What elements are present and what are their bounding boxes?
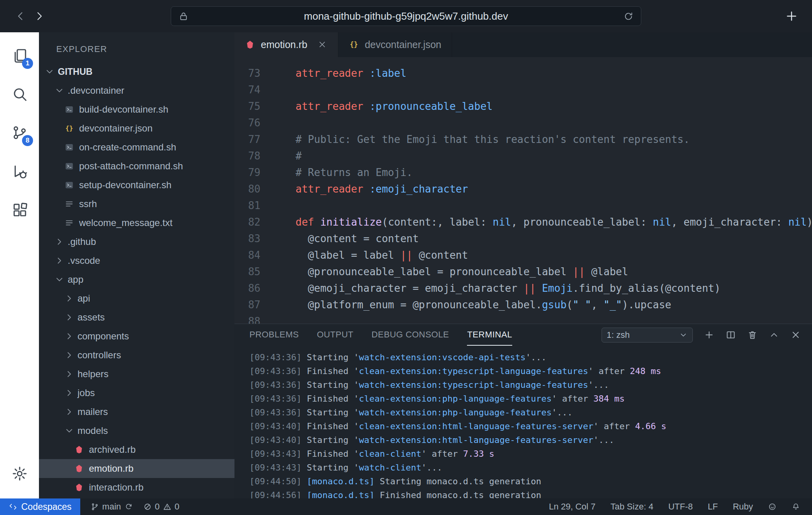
tree-item-build-devcontainer.sh[interactable]: build-devcontainer.sh — [39, 100, 234, 119]
ruby-file-icon — [74, 482, 84, 493]
chevron-right-icon — [64, 331, 74, 341]
tree-item-jobs[interactable]: jobs — [39, 383, 234, 402]
svg-text:{}: {} — [65, 124, 73, 132]
activity-settings[interactable] — [0, 454, 39, 493]
activity-run-debug[interactable] — [0, 152, 39, 191]
browser-toolbar: mona-github-github-g59jpq2w5w7.github.de… — [0, 0, 812, 32]
code-line: 76 — [234, 115, 812, 131]
panel-tab-debug-console[interactable]: DEBUG CONSOLE — [371, 324, 449, 346]
tree-item-.devcontainer[interactable]: .devcontainer — [39, 81, 234, 100]
cursor-position[interactable]: Ln 29, Col 7 — [549, 502, 596, 512]
panel-tab-terminal[interactable]: TERMINAL — [467, 324, 512, 346]
line-number: 82 — [234, 214, 260, 230]
tree-item-.vscode[interactable]: .vscode — [39, 251, 234, 270]
indentation-setting[interactable]: Tab Size: 4 — [611, 502, 653, 512]
panel-controls: 1: zsh — [602, 328, 801, 343]
code-line: 73 attr_reader :label — [234, 65, 812, 82]
eol-setting[interactable]: LF — [708, 502, 718, 512]
activity-source-control[interactable]: 8 — [0, 113, 39, 152]
line-number: 73 — [234, 65, 260, 82]
tree-item-api[interactable]: api — [39, 289, 234, 308]
tree-item-archived.rb[interactable]: archived.rb — [39, 440, 234, 459]
code-line: 77 # Public: Get the Emoji that this rea… — [234, 131, 812, 148]
activity-search[interactable] — [0, 75, 39, 113]
tree-item-setup-devcontainer.sh[interactable]: setup-devcontainer.sh — [39, 176, 234, 195]
svg-text:{}: {} — [350, 41, 358, 48]
badge-count: 8 — [22, 135, 33, 146]
activity-extensions[interactable] — [0, 191, 39, 229]
terminal-output[interactable]: [09:43:36] Starting 'watch-extension:vsc… — [234, 346, 812, 498]
search-icon — [11, 86, 28, 102]
browser-forward-button[interactable] — [30, 7, 49, 26]
activity-explorer[interactable]: 1 — [0, 36, 39, 75]
code-line: 74 — [234, 82, 812, 98]
encoding-setting[interactable]: UTF-8 — [668, 502, 693, 512]
code-text: @emoji_character = emoji_character || Em… — [283, 280, 720, 296]
problems-status[interactable]: 0 0 — [143, 502, 180, 512]
tree-item-emotion.rb[interactable]: emotion.rb — [39, 459, 234, 478]
json-file-icon: {} — [349, 39, 359, 50]
gear-icon — [11, 465, 28, 482]
panel-tab-output[interactable]: OUTPUT — [317, 324, 353, 346]
tree-item-label: mailers — [78, 406, 108, 417]
tree-item-ssrh[interactable]: ssrh — [39, 195, 234, 213]
ruby-file-icon — [74, 445, 84, 455]
language-mode[interactable]: Ruby — [733, 502, 753, 512]
chevron-down-icon — [54, 274, 65, 285]
tree-item-label: controllers — [78, 350, 121, 361]
panel-tab-problems[interactable]: PROBLEMS — [249, 324, 299, 346]
tree-item-label: ssrh — [79, 198, 97, 209]
tree-item-label: models — [78, 425, 108, 436]
browser-back-button[interactable] — [11, 7, 30, 26]
code-line: 79 # Returns an Emoji. — [234, 164, 812, 181]
tree-item-components[interactable]: components — [39, 327, 234, 346]
new-terminal-icon[interactable] — [704, 330, 714, 340]
codespaces-status[interactable]: Codespaces — [0, 498, 80, 515]
tree-item-assets[interactable]: assets — [39, 308, 234, 327]
notifications-bell-icon[interactable] — [792, 502, 800, 511]
terminal-picker[interactable]: 1: zsh — [602, 328, 693, 343]
split-terminal-icon[interactable] — [725, 330, 736, 340]
chevron-right-icon — [54, 256, 65, 266]
tab-devcontainer.json[interactable]: {}devcontainer.json — [338, 32, 452, 57]
terminal-line: [09:43:43] Starting 'watch-client'... — [249, 461, 812, 474]
new-tab-button[interactable] — [782, 7, 801, 26]
feedback-smiley-icon[interactable] — [768, 502, 777, 511]
chevron-right-icon — [64, 388, 74, 398]
tree-item-models[interactable]: models — [39, 421, 234, 440]
tree-item-mailers[interactable]: mailers — [39, 402, 234, 421]
tree-item-label: .vscode — [68, 255, 100, 266]
warning-count: 0 — [175, 502, 179, 512]
terminal-line: [09:44:50] [monaco.d.ts] Starting monaco… — [249, 474, 812, 488]
tree-item-controllers[interactable]: controllers — [39, 346, 234, 365]
kill-terminal-icon[interactable] — [747, 330, 758, 340]
code-line: 83 @content = content — [234, 230, 812, 247]
code-editor[interactable]: 73 attr_reader :label7475 attr_reader :p… — [234, 57, 812, 324]
tree-item-interaction.rb[interactable]: interaction.rb — [39, 478, 234, 497]
tab-emotion.rb[interactable]: emotion.rb — [234, 32, 338, 57]
tree-item-helpers[interactable]: helpers — [39, 365, 234, 383]
terminal-picker-label: 1: zsh — [607, 330, 679, 340]
tree-item-app[interactable]: app — [39, 270, 234, 289]
tree-item-welcome_message.txt[interactable]: welcome_message.txt — [39, 213, 234, 232]
tree-item-on-create-command.sh[interactable]: on-create-command.sh — [39, 138, 234, 157]
maximize-panel-icon[interactable] — [769, 330, 779, 340]
close-icon[interactable] — [317, 40, 328, 50]
sync-icon — [124, 502, 133, 511]
tree-item-label: on-create-command.sh — [79, 142, 176, 153]
tree-item-.github[interactable]: .github — [39, 232, 234, 251]
refresh-icon[interactable] — [623, 11, 634, 22]
code-line: 82 def initialize(content:, label: nil, … — [234, 214, 812, 230]
terminal-line: [09:43:40] Starting 'watch-extension:htm… — [249, 433, 812, 447]
address-bar[interactable]: mona-github-github-g59jpq2w5w7.github.de… — [171, 6, 641, 26]
explorer-title: EXPLORER — [39, 32, 234, 62]
chevron-down-icon — [679, 331, 688, 339]
tree-item-label: app — [68, 274, 83, 285]
branch-status[interactable]: main — [90, 502, 133, 512]
code-line: 78 # — [234, 148, 812, 164]
tree-item-post-attach-command.sh[interactable]: post-attach-command.sh — [39, 157, 234, 176]
tree-item-devcontainer.json[interactable]: {}devcontainer.json — [39, 119, 234, 138]
close-panel-icon[interactable] — [790, 330, 801, 340]
tree-section-github[interactable]: GITHUB — [39, 62, 234, 81]
code-text: attr_reader :emoji_character — [283, 181, 468, 197]
